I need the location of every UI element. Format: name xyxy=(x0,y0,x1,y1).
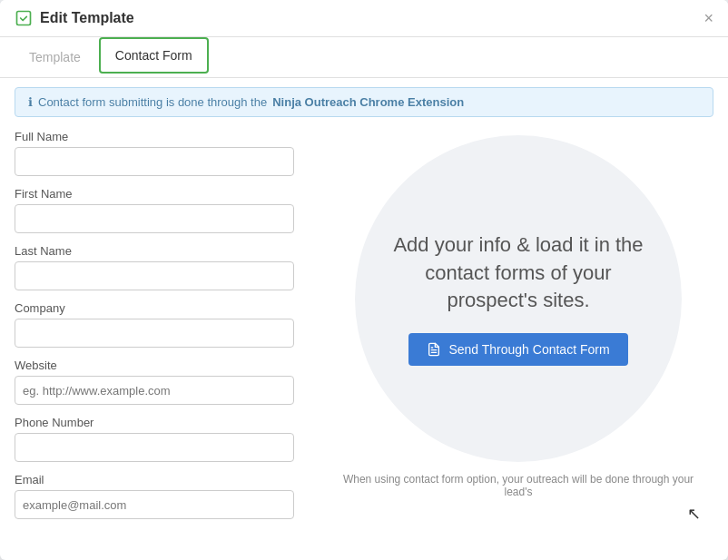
email-input[interactable] xyxy=(15,490,294,519)
send-through-contact-form-button[interactable]: Send Through Contact Form xyxy=(408,333,627,366)
phone-input[interactable] xyxy=(15,433,294,462)
info-banner: ℹ Contact form submitting is done throug… xyxy=(15,87,713,117)
company-label: Company xyxy=(15,301,294,315)
first-name-group: First Name xyxy=(15,187,294,233)
last-name-input[interactable] xyxy=(15,261,294,290)
send-button-label: Send Through Contact Form xyxy=(448,342,609,357)
info-text-before: Contact form submitting is done through … xyxy=(38,95,267,109)
first-name-label: First Name xyxy=(15,187,294,201)
first-name-input[interactable] xyxy=(15,204,294,233)
right-panel: Add your info & load it in the contact f… xyxy=(309,126,728,551)
tab-template[interactable]: Template xyxy=(15,41,95,77)
main-content: Full Name First Name Last Name Company W… xyxy=(0,117,728,560)
document-icon xyxy=(427,342,441,357)
edit-icon xyxy=(15,9,33,27)
company-group: Company xyxy=(15,301,294,348)
tabs-bar: Template Contact Form xyxy=(0,37,728,78)
bottom-note: When using contact form option, your out… xyxy=(327,473,710,498)
website-input[interactable] xyxy=(15,376,294,405)
info-circle: Add your info & load it in the contact f… xyxy=(355,135,682,462)
svg-rect-0 xyxy=(17,12,31,25)
modal-title: Edit Template xyxy=(40,10,134,26)
full-name-input[interactable] xyxy=(15,147,294,176)
phone-group: Phone Number xyxy=(15,416,294,462)
last-name-group: Last Name xyxy=(15,244,294,290)
phone-label: Phone Number xyxy=(15,416,294,429)
full-name-group: Full Name xyxy=(15,130,294,176)
full-name-label: Full Name xyxy=(15,130,294,143)
company-input[interactable] xyxy=(15,319,294,348)
website-label: Website xyxy=(15,359,294,372)
modal-header: Edit Template × xyxy=(0,0,728,37)
tab-contact-form[interactable]: Contact Form xyxy=(99,37,209,74)
last-name-label: Last Name xyxy=(15,244,294,258)
email-label: Email xyxy=(15,473,294,486)
edit-template-modal: Edit Template × Template Contact Form ℹ … xyxy=(0,0,728,560)
contact-form-fields: Full Name First Name Last Name Company W… xyxy=(0,126,309,551)
close-button[interactable]: × xyxy=(703,10,713,26)
cursor-icon: ↖ xyxy=(687,504,701,524)
email-group: Email xyxy=(15,473,294,519)
info-icon: ℹ xyxy=(28,95,33,109)
website-group: Website xyxy=(15,359,294,405)
info-bold-text: Ninja Outreach Chrome Extension xyxy=(272,95,464,109)
circle-tagline: Add your info & load it in the contact f… xyxy=(391,231,645,315)
